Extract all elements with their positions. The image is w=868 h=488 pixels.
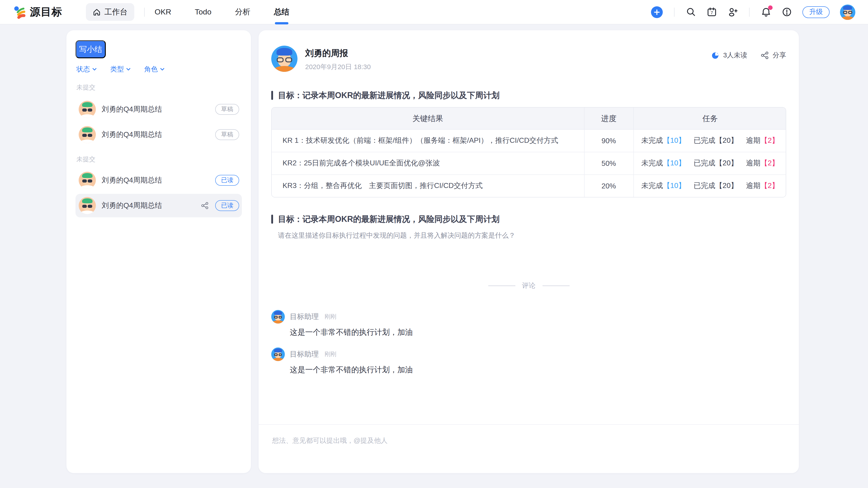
- report-header: 刘勇的周报 2020年9月20日 18:30 3人未读: [271, 30, 786, 72]
- task-overdue-count[interactable]: 【2】: [761, 182, 779, 189]
- task-overdue-label: 逾期: [746, 182, 761, 189]
- kr-tasks: 未完成【10】已完成【20】逾期【2】: [633, 152, 786, 175]
- comments-divider-label: 评论: [522, 282, 535, 290]
- app-window: 源目标 工作台 OKR Todo 分析 总结: [0, 0, 868, 488]
- share-icon[interactable]: [201, 201, 209, 210]
- objective-text-1: 目标：记录本周OKR的最新进展情况，风险同步以及下周计划: [278, 90, 500, 101]
- toolbar-divider: [674, 7, 675, 17]
- task-overdue-label: 逾期: [746, 136, 761, 144]
- write-summary-button[interactable]: 写小结: [75, 40, 106, 58]
- calendar-icon[interactable]: 7: [707, 7, 717, 17]
- summary-sidebar: 写小结 状态 类型 角色 未提交 刘勇的Q4周期总结 草稿: [66, 30, 251, 473]
- kr-row[interactable]: KR3：分组，整合再优化 主要页面切图，推行CI/CD交付方式 20% 未完成【…: [272, 175, 786, 197]
- task-overdue-count[interactable]: 【2】: [761, 136, 779, 144]
- col-header-key-results: 关键结果: [272, 107, 584, 129]
- objective-accent-bar: [271, 215, 273, 224]
- comment-time: 刚刚: [324, 313, 336, 321]
- comment-author: 目标助理: [290, 350, 319, 359]
- filter-status-label: 状态: [76, 65, 90, 73]
- notifications-bell-icon[interactable]: [761, 7, 771, 17]
- status-badge: 草稿: [215, 129, 239, 140]
- chevron-down-icon: [160, 68, 164, 71]
- create-button[interactable]: [651, 6, 663, 18]
- person-add-icon[interactable]: [727, 7, 738, 17]
- nav-item-todo[interactable]: Todo: [195, 4, 212, 20]
- report-panel: 刘勇的周报 2020年9月20日 18:30 3人未读: [258, 30, 799, 473]
- kr-row[interactable]: KR2：25日前完成各个模块UI/UE全面优化@张波 50% 未完成【10】已完…: [272, 152, 786, 175]
- unread-pie-icon: [711, 51, 719, 59]
- nav-item-workspace-label: 工作台: [104, 7, 127, 17]
- user-avatar[interactable]: [840, 4, 855, 20]
- nav-item-summary[interactable]: 总结: [274, 3, 289, 21]
- main-nav: 工作台 OKR Todo 分析 总结: [86, 3, 289, 21]
- task-done-label: 已完成: [694, 182, 715, 189]
- kr-tasks: 未完成【10】已完成【20】逾期【2】: [633, 175, 786, 197]
- filter-type-label: 类型: [110, 65, 124, 73]
- unread-count[interactable]: 3人未读: [723, 51, 747, 60]
- kr-progress: 90%: [584, 129, 633, 152]
- task-todo-label: 未完成: [641, 182, 663, 189]
- brand-logo[interactable]: 源目标: [13, 5, 62, 19]
- svg-text:7: 7: [711, 10, 713, 15]
- comment-text: 这是一个非常不错的执行计划，加油: [290, 328, 786, 337]
- report-author-avatar: [271, 46, 298, 72]
- task-todo-label: 未完成: [641, 159, 663, 167]
- summary-list-item[interactable]: 刘勇的Q4周期总结 草稿: [66, 122, 251, 147]
- comments-divider: 评论: [271, 282, 786, 290]
- task-overdue-count[interactable]: 【2】: [761, 159, 779, 167]
- brand-name: 源目标: [30, 5, 62, 19]
- avatar: [79, 126, 96, 143]
- nav-item-okr[interactable]: OKR: [155, 4, 171, 20]
- task-todo-count[interactable]: 【10】: [663, 136, 686, 144]
- upgrade-button[interactable]: 升级: [802, 6, 830, 18]
- divider-line: [542, 286, 569, 286]
- filter-role[interactable]: 角色: [144, 65, 164, 73]
- kr-progress: 50%: [584, 152, 633, 175]
- filter-status[interactable]: 状态: [76, 65, 97, 73]
- avatar: [79, 101, 96, 118]
- search-icon[interactable]: [686, 7, 696, 17]
- objective-hint-text: 请在这里描述你目标执行过程中发现的问题，并且将入解决问题的方案是什么？: [278, 231, 786, 240]
- filter-type[interactable]: 类型: [110, 65, 131, 73]
- kr-text: KR3：分组，整合再优化 主要页面切图，推行CI/CD交付方式: [272, 175, 584, 197]
- report-datetime: 2020年9月20日 18:30: [305, 63, 371, 71]
- summary-list-item-selected[interactable]: 刘勇的Q4周期总结 已读: [75, 194, 242, 217]
- share-button[interactable]: 分享: [761, 51, 786, 60]
- kr-text: KR 1：技术研发优化（前端：框架/组件）（服务端：框架/API），推行CI/C…: [272, 129, 584, 152]
- comment-avatar: [271, 348, 285, 361]
- summary-item-title: 刘勇的Q4周期总结: [102, 130, 162, 139]
- avatar: [79, 172, 96, 189]
- summary-item-title: 刘勇的Q4周期总结: [102, 105, 162, 114]
- task-done-count[interactable]: 【20】: [715, 182, 738, 189]
- section-label: 未提交: [76, 156, 251, 164]
- summary-item-title: 刘勇的Q4周期总结: [102, 175, 162, 185]
- avatar: [79, 197, 96, 214]
- comment-input[interactable]: [271, 435, 788, 469]
- nav-item-analysis[interactable]: 分析: [235, 3, 250, 21]
- task-done-count[interactable]: 【20】: [715, 136, 738, 144]
- top-navbar: 源目标 工作台 OKR Todo 分析 总结: [0, 0, 868, 24]
- task-done-label: 已完成: [694, 136, 715, 144]
- nav-item-workspace[interactable]: 工作台: [86, 3, 134, 21]
- task-todo-count[interactable]: 【10】: [663, 159, 686, 167]
- summary-list-item[interactable]: 刘勇的Q4周期总结 已读: [66, 168, 251, 193]
- comment-author: 目标助理: [290, 312, 319, 322]
- info-icon[interactable]: [782, 7, 792, 17]
- summary-list-item[interactable]: 刘勇的Q4周期总结 草稿: [66, 97, 251, 122]
- objective-heading-1: 目标：记录本周OKR的最新进展情况，风险同步以及下周计划: [271, 90, 786, 101]
- col-header-tasks: 任务: [633, 107, 786, 129]
- task-done-count[interactable]: 【20】: [715, 159, 738, 167]
- comment-text: 这是一个非常不错的执行计划，加油: [290, 365, 786, 375]
- notification-badge: [768, 5, 773, 10]
- kr-progress: 20%: [584, 175, 633, 197]
- objective-heading-2: 目标：记录本周OKR的最新进展情况，风险同步以及下周计划: [271, 214, 786, 225]
- comment-avatar: [271, 310, 285, 324]
- active-tab-underline: [275, 22, 288, 24]
- kr-table: 关键结果 进度 任务 KR 1：技术研发优化（前端：框架/组件）（服务端：框架/…: [271, 107, 786, 197]
- kr-row[interactable]: KR 1：技术研发优化（前端：框架/组件）（服务端：框架/API），推行CI/C…: [272, 129, 786, 152]
- toolbar-divider-2: [749, 7, 749, 17]
- share-label: 分享: [773, 51, 786, 60]
- task-todo-count[interactable]: 【10】: [663, 182, 686, 189]
- section-label: 未提交: [76, 84, 251, 92]
- share-icon: [761, 51, 769, 60]
